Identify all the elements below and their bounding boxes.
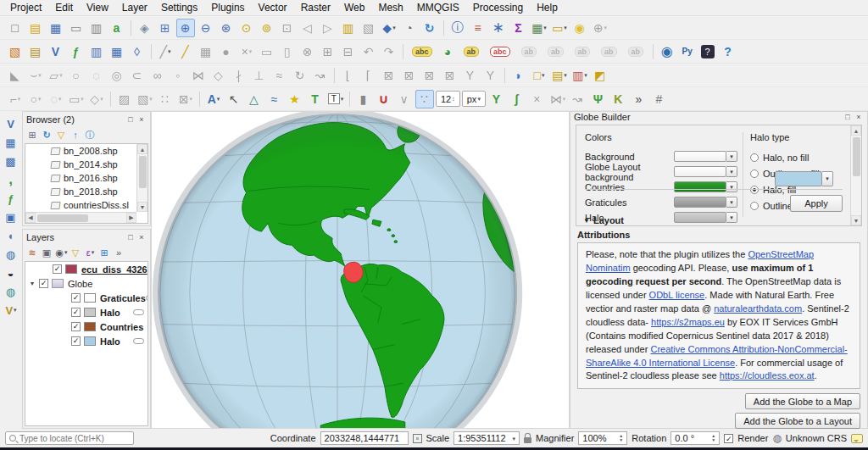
add-mssql-button[interactable]: ◖ — [3, 227, 19, 244]
add-delimited-text-button[interactable]: , — [3, 171, 19, 188]
layer-name[interactable]: Globe — [68, 279, 92, 289]
menu-layer[interactable]: Layer — [115, 1, 154, 14]
messages-icon[interactable] — [851, 434, 863, 443]
attribution-segment[interactable]: naturalearthdata.com — [714, 303, 802, 314]
select-by-form-button[interactable]: ▤▾ — [550, 66, 569, 85]
menu-processing[interactable]: Processing — [466, 1, 530, 14]
browser-close-button[interactable]: × — [136, 114, 147, 125]
layer-tree-row[interactable]: ✓ Graticules — [25, 291, 147, 305]
geocoder-plugin-button[interactable]: ◗ — [509, 66, 528, 85]
show-sum-button[interactable]: Σ — [509, 19, 528, 37]
new-db-table-button[interactable]: ▥ — [87, 42, 106, 61]
spinner-icons[interactable]: ▲▼ — [711, 434, 715, 442]
countries-color-swatch[interactable] — [674, 181, 726, 192]
scroll-left-icon[interactable]: ◀ — [25, 213, 36, 223]
current-edits-button[interactable]: ╱▾ — [156, 42, 175, 61]
select-tagged-button[interactable]: ◩ — [591, 66, 609, 85]
attribute-table-button[interactable]: ▦▾ — [530, 19, 548, 37]
remove-layer-button[interactable]: » — [112, 246, 126, 260]
globe-builder-plugin-button[interactable]: ◉ — [658, 42, 676, 61]
browser-file-item[interactable]: bn_2014.shp — [25, 158, 147, 171]
save-project-button[interactable]: ▦ — [47, 19, 65, 37]
browser-file-item[interactable]: bn_2008.shp — [25, 144, 147, 158]
expand-all-button[interactable]: ⊞ — [97, 246, 112, 260]
layer-tree-row[interactable]: ✓ Halo — [25, 334, 147, 348]
menu-vector[interactable]: Vector — [252, 1, 294, 14]
layer-tree-row[interactable]: ✓ Halo — [25, 305, 147, 319]
layer-styling-button[interactable]: ≋ — [25, 246, 40, 260]
scroll-down-icon[interactable]: ▼ — [851, 215, 861, 225]
browser-file-item[interactable]: countriesDiss.sl — [25, 198, 147, 212]
temporal-controller-button[interactable]: ◔ — [400, 19, 419, 37]
data-source-manager-button[interactable]: ▧ — [6, 42, 25, 61]
scroll-right-icon[interactable]: ▶ — [126, 213, 136, 223]
add-raster-layer-button[interactable]: ▦ — [3, 134, 19, 151]
browser-collapse-all-button[interactable]: ↑ — [69, 128, 83, 142]
identify-features-tool[interactable]: ⓘ — [448, 19, 467, 37]
highlight-pinned-labels-button[interactable]: abc — [486, 42, 515, 61]
processing-toolbox-button[interactable]: ∗ — [489, 19, 508, 37]
move-label-button[interactable]: ab — [459, 42, 485, 61]
show-layout-manager-button[interactable]: ▥ — [87, 19, 106, 37]
radio-halo-no-fill[interactable]: Halo, no fill — [750, 149, 847, 165]
map-tips-tool[interactable]: ◉ — [570, 19, 589, 37]
spinner-icons[interactable]: ▲▼ — [619, 434, 623, 442]
chevron-down-icon[interactable]: ▾ — [513, 436, 516, 441]
menu-web[interactable]: Web — [337, 1, 371, 14]
layer-name[interactable]: Halo — [100, 308, 120, 318]
create-line-annotation-tool[interactable]: ≈ — [265, 90, 284, 108]
render-checkbox[interactable]: ✓ — [724, 434, 733, 443]
snap-tolerance-input[interactable]: 12↕ — [436, 91, 460, 107]
menu-mmqgis[interactable]: MMQGIS — [410, 1, 466, 14]
browser-file-item[interactable]: bn_2018.shp — [25, 185, 147, 198]
zoom-to-selection-tool[interactable]: ⊙ — [237, 19, 256, 37]
zoom-full-extent-tool[interactable]: ⊛ — [217, 19, 236, 37]
add-postgis-button[interactable]: ▣ — [3, 208, 19, 225]
layer-tree-row[interactable]: ✓ ecu_diss_4326 — [25, 262, 147, 276]
layer-visibility-checkbox[interactable]: ✓ — [71, 336, 81, 346]
magnifier-spinbox[interactable]: 100% ▲▼ — [578, 431, 627, 445]
new-shapefile-button[interactable]: V — [47, 42, 65, 61]
layer-tree-row[interactable]: ▾ ✓ Globe — [25, 276, 147, 291]
new-project-button[interactable]: □ — [6, 19, 25, 37]
expander-icon[interactable]: ▾ — [31, 280, 39, 287]
locate-input[interactable] — [19, 434, 120, 443]
radio-icon[interactable] — [750, 202, 759, 210]
apply-button[interactable]: Apply — [790, 195, 843, 212]
measure-tool[interactable]: ▭▾ — [550, 19, 569, 37]
crs-globe-icon[interactable]: ◍ — [772, 432, 781, 444]
scroll-up-icon[interactable]: ▲ — [137, 144, 147, 154]
layer-name[interactable]: ecu_diss_4326 — [81, 264, 147, 275]
manage-map-themes-button[interactable]: ◉▾ — [54, 246, 69, 260]
add-spatialite-button[interactable]: ƒ — [3, 190, 19, 207]
attribution-segment[interactable]: ODbL license — [649, 290, 705, 300]
python-console-button[interactable]: Py — [678, 42, 697, 61]
layer-name[interactable]: Countries — [100, 322, 143, 332]
browser-horizontal-scrollbar[interactable]: ◀ ▶ — [25, 212, 136, 223]
browser-file-item[interactable]: bn_2016.shp — [25, 171, 147, 185]
layer-visibility-checkbox[interactable]: ✓ — [71, 308, 81, 317]
open-project-button[interactable]: ▤ — [26, 19, 45, 37]
layer-name[interactable]: Halo — [100, 336, 120, 347]
enable-tracing-button[interactable]: Y — [487, 90, 506, 108]
tracing-dots-button[interactable]: ∵ — [415, 90, 434, 108]
plugins-manager-button[interactable]: ? — [698, 42, 717, 61]
help-button[interactable]: ? — [719, 42, 737, 61]
layout-section-header[interactable]: ▼ Layout — [583, 215, 624, 225]
scale-combo[interactable]: 1:95351112 ▾ — [453, 431, 520, 445]
snap-unit-combo[interactable]: px▾ — [462, 91, 486, 107]
menu-edit[interactable]: Edit — [48, 1, 80, 14]
freehand-digitizing-button[interactable]: ʃ — [508, 90, 526, 108]
zoom-out-tool[interactable]: ⊖ — [197, 19, 215, 37]
browser-vertical-scrollbar[interactable]: ▲ ▼ — [136, 144, 147, 212]
menu-settings[interactable]: Settings — [154, 1, 204, 14]
background-color-swatch[interactable] — [674, 151, 726, 162]
browser-refresh-button[interactable]: ↻ — [40, 128, 54, 142]
pan-to-selection-tool[interactable]: ⊞ — [156, 19, 175, 37]
map-canvas[interactable] — [151, 111, 570, 429]
chevron-down-icon[interactable]: ▾ — [822, 171, 833, 186]
radio-icon[interactable] — [750, 153, 759, 162]
snapping-button[interactable]: ∪ — [375, 90, 393, 108]
menu-help[interactable]: Help — [530, 1, 565, 14]
select-annotation-tool[interactable]: ↖ — [225, 90, 243, 108]
